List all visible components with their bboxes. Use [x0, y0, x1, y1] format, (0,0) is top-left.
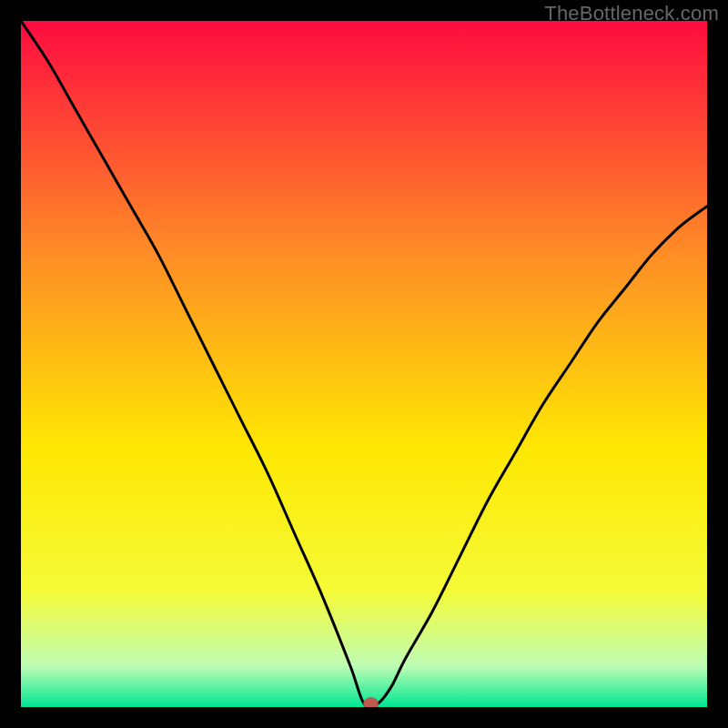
optimal-point-marker [364, 698, 379, 707]
chart-stage: { "attribution": "TheBottleneck.com", "c… [0, 0, 728, 728]
gradient-background [21, 21, 707, 707]
attribution-text: TheBottleneck.com [544, 2, 719, 25]
plot-area [21, 21, 707, 707]
chart-svg [21, 21, 707, 707]
